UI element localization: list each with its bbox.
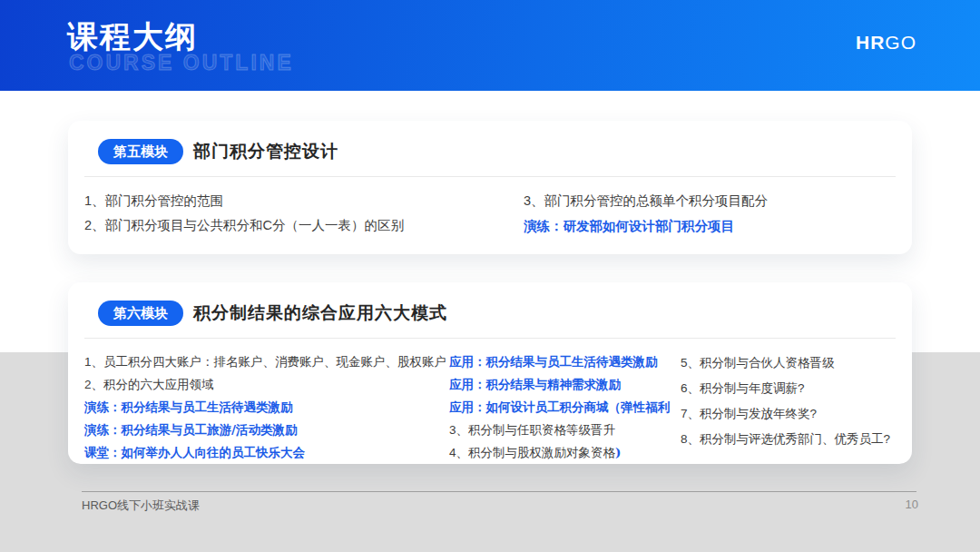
module-card-header: 第六模块积分制结果的综合应用六大模式: [68, 282, 912, 326]
outline-item-suffix: ): [615, 445, 621, 459]
outline-item: 课堂：如何举办人人向往的员工快乐大会: [84, 441, 449, 464]
module-card-1: 第五模块部门积分管控设计1、部门积分管控的范围2、部门积分项目与公共积分和C分（…: [68, 121, 912, 254]
outline-item: 7、积分制与发放年终奖?: [681, 401, 890, 427]
module-badge: 第六模块: [98, 301, 183, 326]
header-banner: 课程大纲 COURSE OUTLINE HRGO: [0, 0, 980, 91]
module-card-2: 第六模块积分制结果的综合应用六大模式1、员工积分四大账户：排名账户、消费账户、现…: [68, 282, 912, 464]
module-title: 部门积分管控设计: [193, 140, 338, 163]
outline-item: 应用：积分结果与精神需求激励: [449, 373, 681, 396]
module-column: 3、部门积分管控的总额单个积分项目配分演练：研发部如何设计部门积分项目: [524, 189, 768, 238]
header-watermark: COURSE OUTLINE: [69, 51, 294, 75]
outline-item: 3、积分制与任职资格等级晋升: [449, 419, 681, 441]
outline-item: 演练：研发部如何设计部门积分项目: [524, 213, 768, 238]
module-column: 应用：积分结果与员工生活待遇类激励应用：积分结果与精神需求激励应用：如何设计员工…: [449, 350, 681, 464]
outline-item: 2、积分的六大应用领域: [84, 373, 449, 396]
module-title: 积分制结果的综合应用六大模式: [193, 301, 447, 325]
module-column: 1、部门积分管控的范围2、部门积分项目与公共积分和C分（一人一表）的区别: [84, 189, 524, 238]
outline-item: 应用：如何设计员工积分商城（弹性福利: [449, 396, 681, 419]
presentation-slide: 课程大纲 COURSE OUTLINE HRGO 第五模块部门积分管控设计1、部…: [0, 0, 980, 552]
outline-item: 6、积分制与年度调薪?: [681, 376, 890, 401]
footer-divider: [82, 491, 916, 492]
logo-text-bold: HR: [856, 32, 885, 53]
module-column: 5、积分制与合伙人资格晋级6、积分制与年度调薪?7、积分制与发放年终奖?8、积分…: [681, 350, 890, 464]
logo-text-light: GO: [885, 32, 916, 53]
outline-item: 应用：积分结果与员工生活待遇类激励: [449, 350, 681, 373]
outline-item: 演练：积分结果与员工旅游/活动类激励: [84, 419, 449, 441]
outline-item: 1、部门积分管控的范围: [84, 189, 524, 213]
page-number: 10: [906, 498, 918, 511]
outline-item: 3、部门积分管控的总额单个积分项目配分: [524, 189, 768, 213]
outline-item: 2、部门积分项目与公共积分和C分（一人一表）的区别: [84, 213, 524, 238]
module-badge: 第五模块: [98, 139, 183, 164]
outline-item: 4、积分制与股权激励对象资格): [449, 441, 681, 464]
outline-item: 1、员工积分四大账户：排名账户、消费账户、现金账户、股权账户: [84, 350, 449, 373]
outline-item: 演练：积分结果与员工生活待遇类激励: [84, 396, 449, 419]
hrgo-logo: HRGO: [856, 32, 916, 54]
footer-course-label: HRGO线下小班实战课: [82, 498, 200, 514]
outline-item: 5、积分制与合伙人资格晋级: [681, 350, 890, 376]
module-card-header: 第五模块部门积分管控设计: [68, 121, 912, 164]
module-columns: 1、部门积分管控的范围2、部门积分项目与公共积分和C分（一人一表）的区别3、部门…: [68, 177, 912, 238]
module-columns: 1、员工积分四大账户：排名账户、消费账户、现金账户、股权账户2、积分的六大应用领…: [68, 339, 912, 464]
outline-item: 8、积分制与评选优秀部门、优秀员工?: [681, 427, 890, 452]
module-column: 1、员工积分四大账户：排名账户、消费账户、现金账户、股权账户2、积分的六大应用领…: [84, 350, 449, 464]
